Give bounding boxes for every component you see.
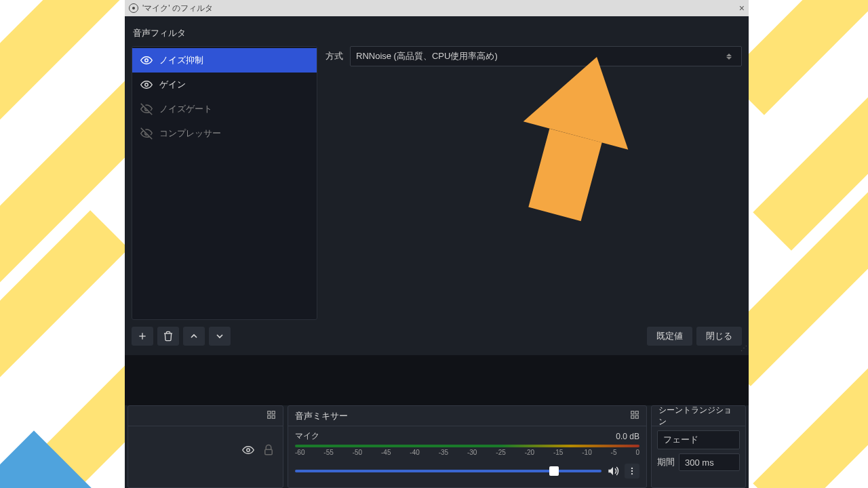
dock-header: 音声ミキサー bbox=[288, 406, 646, 426]
svg-rect-4 bbox=[268, 411, 271, 414]
bg-stripe bbox=[0, 210, 129, 440]
spinner-icon bbox=[726, 54, 736, 60]
dock-title: シーントランジション bbox=[658, 405, 738, 428]
close-icon[interactable]: × bbox=[739, 3, 745, 14]
bg-stripe bbox=[753, 20, 868, 250]
obs-icon bbox=[129, 3, 138, 13]
svg-rect-11 bbox=[635, 411, 638, 414]
bottom-docks: 音声ミキサー マイク 0.0 dB -60-55-50-45-40-35-30-… bbox=[125, 405, 749, 488]
method-dropdown[interactable]: RNNoise (高品質、CPU使用率高め) bbox=[350, 46, 742, 66]
method-label: 方式 bbox=[326, 50, 343, 62]
transition-mode-value: フェード bbox=[663, 434, 698, 446]
filter-label: ノイズゲート bbox=[159, 103, 212, 115]
filter-label: ゲイン bbox=[159, 79, 186, 91]
bg-stripe bbox=[753, 291, 868, 488]
filter-label: ノイズ抑制 bbox=[159, 54, 203, 66]
popout-icon[interactable] bbox=[630, 410, 639, 422]
popout-icon[interactable] bbox=[267, 410, 276, 422]
filter-item-noise-gate[interactable]: ノイズゲート bbox=[132, 97, 317, 121]
audio-meter: -60-55-50-45-40-35-30-25-20-15-10-50 bbox=[295, 443, 639, 461]
dock-header bbox=[128, 406, 283, 426]
filter-list: ノイズ抑制 ゲイン ノイズゲート bbox=[132, 46, 317, 320]
transitions-dock: シーントランジション フェード 期間 300 ms bbox=[651, 405, 746, 488]
close-button[interactable]: 閉じる bbox=[696, 327, 742, 346]
svg-point-15 bbox=[631, 470, 633, 472]
mixer-options-button[interactable] bbox=[625, 464, 639, 479]
svg-rect-9 bbox=[265, 449, 273, 455]
duration-input[interactable]: 300 ms bbox=[679, 453, 740, 471]
obs-window: 'マイク' のフィルタ × 音声フィルタ ノイズ抑制 ゲイン bbox=[125, 0, 749, 488]
duration-value: 300 ms bbox=[685, 458, 714, 468]
transition-mode-select[interactable]: フェード bbox=[657, 430, 740, 449]
filters-dialog: 音声フィルタ ノイズ抑制 ゲイン bbox=[125, 16, 749, 350]
window-title: 'マイク' のフィルタ bbox=[142, 3, 213, 14]
svg-rect-7 bbox=[268, 415, 271, 418]
visibility-on-icon[interactable] bbox=[140, 54, 153, 66]
filter-item-noise-suppression[interactable]: ノイズ抑制 bbox=[132, 48, 317, 73]
speaker-icon[interactable] bbox=[607, 465, 619, 477]
mixer-db-value: 0.0 dB bbox=[616, 432, 639, 441]
visibility-off-icon[interactable] bbox=[140, 127, 153, 140]
svg-point-0 bbox=[145, 59, 149, 62]
audio-mixer-dock: 音声ミキサー マイク 0.0 dB -60-55-50-45-40-35-30-… bbox=[288, 405, 647, 488]
dock-header: シーントランジション bbox=[652, 406, 745, 426]
dock-title: 音声ミキサー bbox=[295, 410, 348, 422]
svg-rect-13 bbox=[631, 415, 634, 418]
filter-item-compressor[interactable]: コンプレッサー bbox=[132, 121, 317, 146]
visibility-off-icon[interactable] bbox=[140, 103, 153, 115]
svg-point-8 bbox=[247, 449, 250, 452]
visibility-on-icon[interactable] bbox=[140, 79, 153, 91]
move-up-button[interactable] bbox=[183, 327, 205, 346]
svg-point-14 bbox=[631, 468, 633, 469]
volume-slider[interactable] bbox=[295, 470, 601, 472]
svg-rect-5 bbox=[272, 411, 275, 414]
svg-point-16 bbox=[631, 473, 633, 474]
section-title: 音声フィルタ bbox=[132, 22, 742, 46]
defaults-button[interactable]: 既定値 bbox=[647, 327, 692, 346]
lock-icon[interactable] bbox=[262, 444, 275, 456]
mixer-source-name: マイク bbox=[295, 430, 319, 442]
svg-rect-6 bbox=[272, 415, 275, 418]
method-value: RNNoise (高品質、CPU使用率高め) bbox=[356, 50, 498, 62]
bg-stripe bbox=[0, 0, 142, 169]
filter-item-gain[interactable]: ゲイン bbox=[132, 73, 317, 97]
svg-rect-10 bbox=[631, 411, 634, 414]
move-down-button[interactable] bbox=[209, 327, 231, 346]
svg-point-1 bbox=[145, 83, 149, 87]
filter-properties: 方式 RNNoise (高品質、CPU使用率高め) bbox=[326, 46, 742, 320]
visibility-icon[interactable] bbox=[242, 444, 254, 456]
resize-grip[interactable]: ⋰ bbox=[741, 344, 749, 352]
divider bbox=[125, 355, 749, 405]
titlebar: 'マイク' のフィルタ × bbox=[125, 0, 749, 16]
svg-rect-12 bbox=[635, 415, 638, 418]
add-filter-button[interactable] bbox=[132, 327, 153, 346]
duration-label: 期間 bbox=[657, 456, 675, 468]
filter-label: コンプレッサー bbox=[159, 127, 221, 140]
sources-dock bbox=[127, 405, 283, 488]
remove-filter-button[interactable] bbox=[157, 327, 179, 346]
bg-accent bbox=[0, 430, 92, 488]
